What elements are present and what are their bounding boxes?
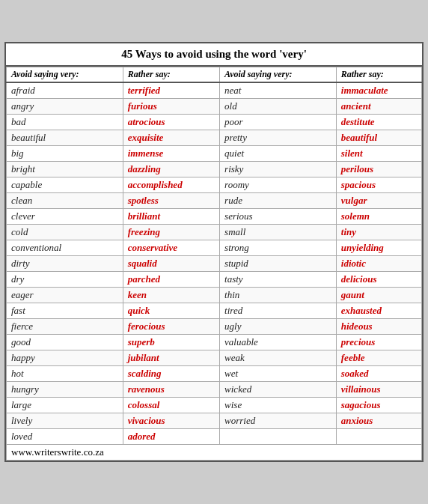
avoid-word-right: serious <box>220 209 337 225</box>
avoid-word-left: bad <box>7 115 123 130</box>
avoid-word-left: bright <box>7 162 123 177</box>
avoid-word-left: hungry <box>7 382 123 398</box>
rather-word-left: scalding <box>123 366 219 382</box>
avoid-word-right: weak <box>220 350 337 366</box>
rather-word-left: vivacious <box>123 413 219 429</box>
avoid-word-right: thin <box>220 288 337 303</box>
table-row: livelyvivaciousworriedanxious <box>7 413 422 429</box>
rather-word-left: spotless <box>123 193 219 209</box>
table-row: largecolossalwisesagacious <box>7 398 422 413</box>
rather-word-left: terrified <box>123 82 219 99</box>
avoid-word-left: conventional <box>7 240 123 256</box>
avoid-word-right: old <box>220 99 337 115</box>
rather-word-left: ravenous <box>123 382 219 398</box>
avoid-word-left: good <box>7 335 123 350</box>
footer-text: www.writerswrite.co.za <box>7 445 422 461</box>
rather-word-left: brilliant <box>123 209 219 225</box>
rather-word-right: anxious <box>336 413 421 429</box>
avoid-word-right: strong <box>220 240 337 256</box>
rather-word-right: beautiful <box>336 130 421 146</box>
avoid-word-right <box>220 429 337 445</box>
rather-word-left: keen <box>123 288 219 303</box>
table-row: cleverbrilliantserioussolemn <box>7 209 422 225</box>
avoid-word-left: lively <box>7 413 123 429</box>
rather-word-left: squalid <box>123 256 219 272</box>
table-row: brightdazzlingriskyperilous <box>7 162 422 177</box>
table-row: goodsuperbvaluableprecious <box>7 335 422 350</box>
table-row: hungryravenouswickedvillainous <box>7 382 422 398</box>
avoid-word-right: wicked <box>220 382 337 398</box>
avoid-word-left: hot <box>7 366 123 382</box>
table-row: angryfuriousoldancient <box>7 99 422 115</box>
avoid-word-right: ugly <box>220 319 337 335</box>
avoid-word-right: small <box>220 225 337 240</box>
rather-word-left: colossal <box>123 398 219 413</box>
table-row: coldfreezingsmalltiny <box>7 225 422 240</box>
avoid-word-right: pretty <box>220 130 337 146</box>
table-row: dirtysqualidstupididiotic <box>7 256 422 272</box>
avoid-word-left: happy <box>7 350 123 366</box>
rather-word-right <box>336 429 421 445</box>
avoid-word-left: cold <box>7 225 123 240</box>
rather-word-left: adored <box>123 429 219 445</box>
avoid-word-left: dirty <box>7 256 123 272</box>
rather-word-left: accomplished <box>123 177 219 193</box>
rather-word-left: immense <box>123 146 219 162</box>
avoid-word-left: clean <box>7 193 123 209</box>
avoid-word-left: clever <box>7 209 123 225</box>
table-header: Avoid saying very: Rather say: Avoid say… <box>7 67 422 83</box>
avoid-word-right: stupid <box>220 256 337 272</box>
rather-word-right: soaked <box>336 366 421 382</box>
rather-word-right: delicious <box>336 272 421 288</box>
rather-word-right: sagacious <box>336 398 421 413</box>
avoid-word-right: poor <box>220 115 337 130</box>
table-row: afraidterrifiedneatimmaculate <box>7 82 422 99</box>
rather-word-right: precious <box>336 335 421 350</box>
rather-word-right: silent <box>336 146 421 162</box>
rather-word-right: gaunt <box>336 288 421 303</box>
table-row: fastquicktiredexhausted <box>7 303 422 319</box>
rather-word-left: freezing <box>123 225 219 240</box>
main-container: 45 Ways to avoid using the word 'very' A… <box>4 42 424 462</box>
rather-word-left: furious <box>123 99 219 115</box>
table-row: happyjubilantweakfeeble <box>7 350 422 366</box>
rather-word-left: superb <box>123 335 219 350</box>
rather-word-right: vulgar <box>336 193 421 209</box>
rather-word-left: conservative <box>123 240 219 256</box>
rather-word-right: ancient <box>336 99 421 115</box>
avoid-word-right: wise <box>220 398 337 413</box>
table-row: dryparchedtastydelicious <box>7 272 422 288</box>
rather-word-left: atrocious <box>123 115 219 130</box>
avoid-word-right: valuable <box>220 335 337 350</box>
col1-header: Avoid saying very: <box>7 67 123 83</box>
table-row: eagerkeenthingaunt <box>7 288 422 303</box>
rather-word-left: ferocious <box>123 319 219 335</box>
avoid-word-left: fierce <box>7 319 123 335</box>
table-row: bigimmensequietsilent <box>7 146 422 162</box>
rather-word-left: exquisite <box>123 130 219 146</box>
col2-header: Rather say: <box>123 67 219 83</box>
rather-word-left: quick <box>123 303 219 319</box>
avoid-word-right: roomy <box>220 177 337 193</box>
table-row: fierceferociousuglyhideous <box>7 319 422 335</box>
avoid-word-right: risky <box>220 162 337 177</box>
footer-row: www.writerswrite.co.za <box>7 445 422 461</box>
avoid-word-right: wet <box>220 366 337 382</box>
col3-header: Avoid saying very: <box>220 67 337 83</box>
table-row: lovedadored <box>7 429 422 445</box>
avoid-word-left: fast <box>7 303 123 319</box>
table-row: beautifulexquisiteprettybeautiful <box>7 130 422 146</box>
rather-word-right: tiny <box>336 225 421 240</box>
word-table: Avoid saying very: Rather say: Avoid say… <box>6 67 422 461</box>
rather-word-left: jubilant <box>123 350 219 366</box>
avoid-word-left: capable <box>7 177 123 193</box>
avoid-word-left: large <box>7 398 123 413</box>
rather-word-right: immaculate <box>336 82 421 99</box>
rather-word-right: solemn <box>336 209 421 225</box>
avoid-word-left: angry <box>7 99 123 115</box>
avoid-word-right: tasty <box>220 272 337 288</box>
rather-word-left: dazzling <box>123 162 219 177</box>
col4-header: Rather say: <box>336 67 421 83</box>
rather-word-right: unyielding <box>336 240 421 256</box>
avoid-word-left: loved <box>7 429 123 445</box>
